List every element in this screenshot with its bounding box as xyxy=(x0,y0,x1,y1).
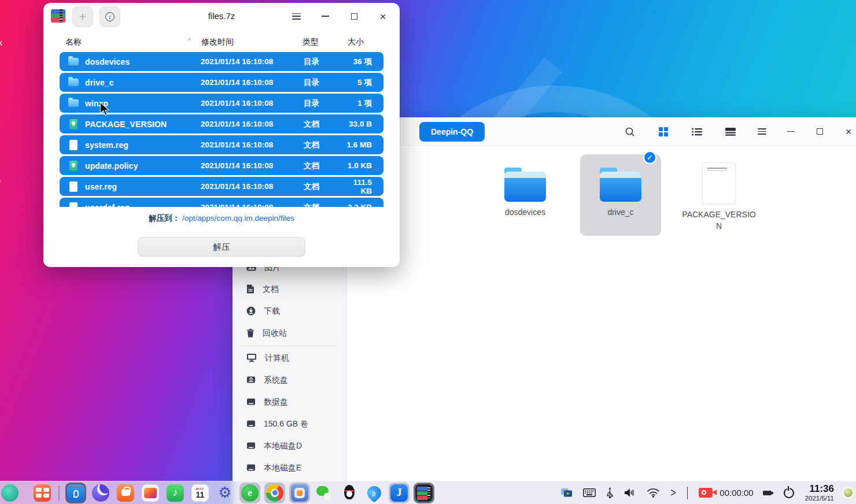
chevron-icon[interactable]: > xyxy=(665,481,681,504)
power-icon[interactable] xyxy=(778,481,799,504)
dock-icon-music[interactable]: ♪ xyxy=(165,483,186,503)
dock-icon-workspaces[interactable] xyxy=(7,483,28,503)
extract-path-link[interactable]: /opt/apps/com.qq.im.deepin/files xyxy=(182,214,294,223)
grid-item-dosdevices[interactable]: dosdevices xyxy=(485,154,566,236)
archive-file-row[interactable]: userdef.reg2021/01/14 16:10:08文档2.2 KB xyxy=(60,198,383,207)
policy-document-icon xyxy=(69,161,78,171)
close-button[interactable]: × xyxy=(368,5,397,28)
file-mtime: 2021/01/14 16:10:08 xyxy=(201,78,300,87)
dock-icon-wechat[interactable] xyxy=(314,483,335,503)
clock-date: 2021/5/11 xyxy=(805,495,834,502)
grid-item-drive_c[interactable]: ✓drive_c xyxy=(580,154,661,236)
computer-icon xyxy=(246,353,257,364)
close-button[interactable]: × xyxy=(834,117,856,146)
column-header-mtime[interactable]: 修改时间 xyxy=(201,37,234,47)
dock-icon-qq[interactable] xyxy=(339,483,360,503)
archive-file-list[interactable]: dosdevices2021/01/14 16:10:08目录36 项drive… xyxy=(60,52,383,207)
dock-icon-file-manager[interactable] xyxy=(65,483,86,503)
file-type: 目录 xyxy=(300,98,346,109)
downloads-icon xyxy=(246,306,256,317)
archive-file-row[interactable]: user.reg2021/01/14 16:10:08文档111.5 KB xyxy=(60,177,383,196)
sidebar-item-disk[interactable]: 本地磁盘D xyxy=(233,435,346,457)
disk-icon xyxy=(246,442,256,451)
maximize-button[interactable] xyxy=(805,117,834,146)
search-icon[interactable] xyxy=(613,117,647,146)
text-file-icon xyxy=(702,162,736,204)
file-manager-content[interactable]: dosdevices✓drive_cPACKAGE_VERSION xyxy=(347,146,856,504)
menu-icon[interactable] xyxy=(282,5,311,28)
sidebar-item-disk[interactable]: 150.6 GB 卷 xyxy=(233,413,346,435)
archive-titlebar[interactable]: + i files.7z × xyxy=(43,3,400,29)
column-header-size[interactable]: 大小 xyxy=(348,37,364,47)
archive-file-row[interactable]: drive_c2021/01/14 16:10:08目录5 项 xyxy=(60,73,383,92)
minimize-button[interactable] xyxy=(311,5,340,28)
file-size: 2.2 KB xyxy=(346,203,372,207)
trash-icon xyxy=(246,328,254,339)
menu-icon[interactable] xyxy=(747,117,776,146)
window-switcher-icon[interactable] xyxy=(555,481,578,504)
archive-file-row[interactable]: dosdevices2021/01/14 16:10:08目录36 项 xyxy=(60,52,383,71)
sidebar-item-disk[interactable]: 本地磁盘E xyxy=(233,457,346,479)
grid-item-PACKAGE_VERSION[interactable]: PACKAGE_VERSION xyxy=(678,154,759,236)
maximize-button[interactable] xyxy=(340,5,368,28)
dock-icon-tim[interactable] xyxy=(364,483,385,503)
folder-icon xyxy=(504,172,546,202)
selected-check-icon: ✓ xyxy=(643,151,656,164)
file-size: 1 项 xyxy=(346,98,372,109)
sidebar-item-downloads[interactable]: 下载 xyxy=(233,301,346,323)
dock-icon-journal-app[interactable]: J xyxy=(389,483,409,503)
sidebar-item-trash[interactable]: 回收站 xyxy=(233,323,346,344)
sidebar-item-label: 本地磁盘D xyxy=(264,441,302,451)
sidebar-item-label: 文档 xyxy=(263,284,279,295)
battery-icon[interactable] xyxy=(754,481,778,504)
extract-button[interactable]: 解压 xyxy=(138,237,305,257)
desktop-peek-icon[interactable] xyxy=(839,481,854,504)
grid-item-label: PACKAGE_VERSION xyxy=(678,209,759,232)
wifi-icon[interactable] xyxy=(641,481,665,504)
sidebar-item-computer[interactable]: 计算机 xyxy=(233,347,346,369)
dock-icon-image-viewer[interactable] xyxy=(140,483,161,503)
sysdisk-icon xyxy=(246,376,256,386)
screen-recorder-icon[interactable] xyxy=(693,481,714,504)
file-name: user.reg xyxy=(85,182,201,191)
minimize-button[interactable] xyxy=(776,117,805,146)
dock-icon-launcher[interactable] xyxy=(32,483,53,503)
sidebar-item-label: 系统盘 xyxy=(264,375,288,386)
sidebar-item-sysdisk[interactable]: 系统盘 xyxy=(233,369,346,391)
extract-to-label: 解压到： xyxy=(149,214,180,223)
detail-view-icon[interactable] xyxy=(714,117,747,146)
sidebar-item-label: 150.6 GB 卷 xyxy=(264,419,308,429)
dock-icon-control-center[interactable]: ⚙ xyxy=(215,483,235,503)
breadcrumb[interactable]: Deepin-QQ xyxy=(419,122,485,142)
disk-icon xyxy=(246,420,256,429)
file-name: PACKAGE_VERSION xyxy=(85,120,201,129)
file-name: update.policy xyxy=(85,161,201,171)
sidebar-item-label: 本地磁盘E xyxy=(264,463,301,473)
column-header-name[interactable]: 名称 xyxy=(65,37,82,47)
list-view-icon[interactable] xyxy=(680,117,714,146)
system-tray: >00:00:0011:362021/5/11 xyxy=(555,481,856,504)
volume-icon[interactable] xyxy=(619,481,641,504)
dock-icon-calendar[interactable]: MAY11 xyxy=(190,483,211,503)
usb-icon[interactable] xyxy=(601,481,619,504)
dock-icon-browser[interactable] xyxy=(90,483,111,503)
column-header-type[interactable]: 类型 xyxy=(302,37,319,47)
sidebar-item-documents[interactable]: 文档 xyxy=(233,279,346,301)
dock-icon-chrome[interactable] xyxy=(264,483,285,503)
grid-view-icon[interactable] xyxy=(647,117,680,146)
sidebar-item-disk[interactable]: 数据盘 xyxy=(233,391,346,413)
file-size: 1.0 KB xyxy=(346,161,372,170)
file-type: 目录 xyxy=(300,57,346,67)
file-mtime: 2021/01/14 16:10:08 xyxy=(201,182,300,191)
dock-icon-archive-manager[interactable] xyxy=(414,483,434,503)
archive-file-row[interactable]: update.policy2021/01/14 16:10:08文档1.0 KB xyxy=(60,156,383,175)
dock-icon-browser-360[interactable]: e xyxy=(239,483,260,503)
clock[interactable]: 11:362021/5/11 xyxy=(799,484,839,502)
dock-icon-screen-capture[interactable] xyxy=(289,483,310,503)
file-type: 文档 xyxy=(300,140,346,150)
archive-file-row[interactable]: system.reg2021/01/14 16:10:08文档1.6 MB xyxy=(60,135,383,154)
dock-icon-app-store[interactable] xyxy=(115,483,136,503)
sidebar-item-label: 计算机 xyxy=(265,353,289,364)
taskbar: ♪MAY11⚙eJ >00:00:0011:362021/5/11 xyxy=(0,481,856,504)
keyboard-icon[interactable] xyxy=(578,481,601,504)
